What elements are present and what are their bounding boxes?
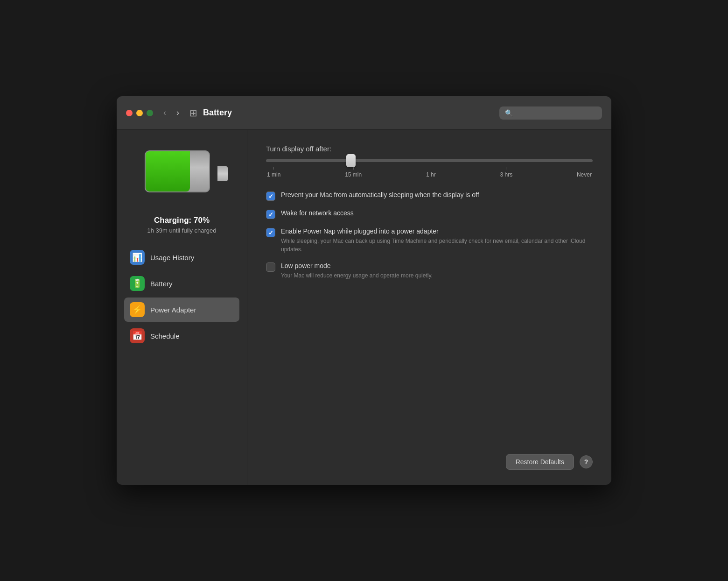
checkbox-power-nap[interactable]: ✓: [266, 228, 275, 237]
schedule-icon: 📅: [130, 328, 145, 343]
sidebar-item-battery[interactable]: 🔋 Battery: [124, 271, 239, 296]
option-title-low-power: Low power mode: [281, 262, 593, 269]
tick-label-15min: 15 min: [345, 171, 362, 178]
option-text-power-nap: Enable Power Nap while plugged into a po…: [281, 227, 593, 254]
tick-mark: [431, 167, 431, 170]
slider-ticks: 1 min 15 min 1 hr 3 hrs: [266, 167, 593, 178]
forward-button[interactable]: ›: [174, 107, 182, 119]
option-title-wake-network: Wake for network access: [281, 209, 593, 217]
titlebar: ‹ › ⊞ Battery 🔍: [117, 96, 611, 130]
checkmark: ✓: [268, 193, 273, 199]
option-title-power-nap: Enable Power Nap while plugged into a po…: [281, 227, 593, 235]
main-content: Charging: 70% 1h 39m until fully charged…: [117, 130, 611, 485]
maximize-button[interactable]: [147, 110, 153, 116]
navigation-arrows: ‹ ›: [161, 107, 182, 119]
battery-icon: 🔋: [130, 276, 145, 291]
sidebar-item-power-adapter[interactable]: ⚡ Power Adapter: [124, 298, 239, 322]
search-bar[interactable]: 🔍: [499, 106, 602, 120]
power-adapter-icon: ⚡: [130, 302, 145, 317]
slider-container: Turn display off after: 1 min 15 min: [266, 145, 593, 178]
slider-track[interactable]: [266, 159, 593, 162]
battery-icon-container: [145, 150, 219, 197]
checkbox-low-power[interactable]: [266, 262, 275, 272]
sidebar-item-usage-history-label: Usage History: [150, 254, 194, 262]
option-power-nap: ✓ Enable Power Nap while plugged into a …: [266, 227, 593, 254]
slider-tick-3hrs: 3 hrs: [500, 167, 512, 178]
battery-fill: [146, 151, 190, 191]
bottom-bar: Restore Defaults ?: [266, 443, 593, 470]
sidebar-item-battery-label: Battery: [150, 280, 173, 288]
option-wake-network: ✓ Wake for network access: [266, 209, 593, 219]
checkmark: ✓: [268, 230, 273, 236]
option-text-prevent-sleep: Prevent your Mac from automatically slee…: [281, 191, 593, 198]
tick-mark: [506, 167, 506, 170]
tick-label-3hrs: 3 hrs: [500, 171, 512, 178]
option-title-prevent-sleep: Prevent your Mac from automatically slee…: [281, 191, 593, 198]
option-desc-low-power: Your Mac will reduce energy usage and op…: [281, 271, 593, 280]
option-prevent-sleep: ✓ Prevent your Mac from automatically sl…: [266, 191, 593, 201]
minimize-button[interactable]: [136, 110, 143, 116]
option-text-wake-network: Wake for network access: [281, 209, 593, 217]
option-desc-power-nap: While sleeping, your Mac can back up usi…: [281, 237, 593, 254]
tick-label-1hr: 1 hr: [426, 171, 436, 178]
battery-time: 1h 39m until fully charged: [147, 227, 216, 234]
battery-body: [145, 150, 210, 192]
traffic-lights: [126, 110, 153, 116]
help-button[interactable]: ?: [580, 455, 593, 468]
battery-status: Charging: 70% 1h 39m until fully charged: [147, 216, 216, 234]
sidebar-item-schedule[interactable]: 📅 Schedule: [124, 324, 239, 348]
checkbox-prevent-sleep[interactable]: ✓: [266, 191, 275, 201]
tick-mark: [273, 167, 274, 170]
sidebar: Charging: 70% 1h 39m until fully charged…: [117, 130, 247, 485]
checkbox-wake-network[interactable]: ✓: [266, 210, 275, 219]
slider-tick-1min: 1 min: [267, 167, 280, 178]
back-button[interactable]: ‹: [161, 107, 169, 119]
options-list: ✓ Prevent your Mac from automatically sl…: [266, 191, 593, 280]
battery-percent: Charging: 70%: [147, 216, 216, 225]
grid-icon[interactable]: ⊞: [189, 107, 197, 119]
slider-thumb[interactable]: [346, 154, 356, 167]
slider-tick-never: Never: [577, 167, 592, 178]
close-button[interactable]: [126, 110, 133, 116]
sidebar-nav: 📊 Usage History 🔋 Battery ⚡ Power Adapte…: [124, 245, 239, 350]
settings-window: ‹ › ⊞ Battery 🔍 Charging: 70% 1h 39m: [117, 96, 611, 485]
tick-label-1min: 1 min: [267, 171, 280, 178]
content-panel: Turn display off after: 1 min 15 min: [247, 130, 611, 485]
option-text-low-power: Low power mode Your Mac will reduce ener…: [281, 262, 593, 280]
search-icon: 🔍: [505, 109, 513, 117]
sidebar-item-usage-history[interactable]: 📊 Usage History: [124, 245, 239, 269]
tick-label-never: Never: [577, 171, 592, 178]
slider-tick-1hr: 1 hr: [426, 167, 436, 178]
tick-mark: [584, 167, 584, 170]
sidebar-item-schedule-label: Schedule: [150, 332, 180, 340]
checkmark: ✓: [268, 212, 273, 218]
option-low-power: Low power mode Your Mac will reduce ener…: [266, 262, 593, 280]
slider-tick-15min: 15 min: [345, 167, 362, 178]
restore-defaults-button[interactable]: Restore Defaults: [506, 454, 574, 470]
sidebar-item-power-adapter-label: Power Adapter: [150, 306, 196, 314]
battery-connector: [217, 166, 228, 181]
window-title: Battery: [203, 108, 499, 118]
slider-label: Turn display off after:: [266, 145, 593, 153]
battery-visual: [145, 150, 219, 197]
usage-history-icon: 📊: [130, 250, 145, 265]
search-input[interactable]: [516, 109, 596, 117]
